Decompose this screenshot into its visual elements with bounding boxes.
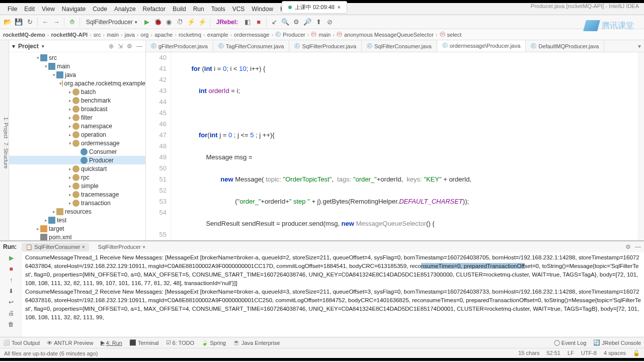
locate-icon[interactable]: ⊕ (109, 43, 114, 50)
search-everywhere-icon[interactable]: 🔎 (303, 18, 312, 27)
tab-2[interactable]: ⓒSqlFilterProducer.java (289, 40, 362, 52)
run-hide-icon[interactable]: — (635, 243, 641, 250)
tree-selected-producer: Producer (9, 156, 145, 164)
run-stop-icon[interactable]: ■ (7, 265, 15, 274)
menu-view[interactable]: View (38, 6, 58, 13)
console-output[interactable]: ConsumeMessageThread_1 Receive New Messa… (22, 252, 644, 337)
menu-file[interactable]: File (4, 6, 21, 13)
tab-3[interactable]: ⓒSqlFilterConsumer.java (362, 40, 437, 52)
menu-build[interactable]: Build (169, 6, 190, 13)
tabs-more-icon[interactable]: ▾ (635, 43, 644, 50)
status-chars: 15 chars (518, 350, 539, 356)
wrap-icon[interactable]: ↩ (7, 299, 15, 307)
build-icon[interactable]: ⟰ (67, 18, 76, 27)
antlr-tab[interactable]: 👁 ANTLR Preview (47, 340, 93, 346)
stop2-icon[interactable]: ⊘ (325, 18, 334, 27)
menu-vcs[interactable]: VCS (229, 6, 249, 13)
menu-run[interactable]: Run (190, 6, 208, 13)
git-icon[interactable]: ↙ (270, 18, 279, 27)
hide-icon[interactable]: — (136, 43, 142, 50)
menu-analyze[interactable]: Analyze (111, 6, 139, 13)
tab-4-active[interactable]: ⓒordermessage\Producer.java (437, 40, 526, 52)
toolbar: 📂 💾 ↻ ← → ⟰ SqlFilterProducer▾ ▶ 🐞 ◉ ⏱ ⚡… (0, 15, 644, 29)
run-gear-icon[interactable]: ⚙ (625, 243, 631, 250)
tab-0[interactable]: ⓒgFilterProducer.java (146, 40, 213, 52)
run-tab-1[interactable]: SqlFilterProducer × (94, 243, 149, 251)
coverage-icon[interactable]: ◉ (165, 18, 174, 27)
class-timer: 上课中 02:09:48▾ (282, 1, 347, 14)
forward-icon[interactable]: → (52, 18, 61, 27)
stop-icon[interactable]: ■ (254, 18, 263, 27)
project-expand-icon[interactable]: ▾ (12, 43, 15, 50)
terminal-tab[interactable]: ⬛ Terminal (129, 339, 159, 346)
settings-icon[interactable]: ⚙ (292, 18, 301, 27)
jr-run-icon[interactable]: ◧ (243, 18, 252, 27)
attach-icon[interactable]: ⚡ (187, 18, 196, 27)
status-bar: All files are up-to-date (6 minutes ago)… (0, 348, 644, 358)
status-position[interactable]: 52:51 (546, 350, 560, 356)
run-icon[interactable]: ▶ (142, 18, 151, 27)
rerun-icon[interactable]: ▶ (7, 254, 15, 262)
status-indent[interactable]: 4 spaces (604, 350, 626, 356)
bottom-bar: ⬜ Tool Output 👁 ANTLR Preview ▶ 4: Run ⬛… (0, 337, 644, 348)
back-icon[interactable]: ← (41, 18, 50, 27)
up-icon[interactable]: ↑ (7, 277, 15, 285)
find-icon[interactable]: 🔍 (281, 18, 290, 27)
collapse-icon[interactable]: ⇲ (118, 43, 123, 50)
save-icon[interactable]: 💾 (14, 18, 23, 27)
todo-tab[interactable]: ☑ 6: TODO (166, 339, 195, 346)
left-gutter[interactable]: 1: Project 7: Structure (0, 40, 9, 240)
deploy-icon[interactable]: ⬆ (314, 18, 323, 27)
status-encoding[interactable]: UTF-8 (581, 350, 597, 356)
trash-icon[interactable]: 🗑 (7, 321, 15, 329)
event-log-tab[interactable]: ◯ Event Log (554, 339, 587, 346)
run-tab-0[interactable]: 📋 SqlFilterConsumer × (22, 243, 89, 251)
code-text[interactable]: for (int i = 0; i < 10; i++) { int order… (171, 52, 638, 240)
down-icon[interactable]: ⬇ (7, 288, 15, 296)
gear-icon[interactable]: ⚙ (127, 43, 132, 50)
status-lf[interactable]: LF (568, 350, 574, 356)
error-stripe[interactable] (638, 52, 644, 240)
menu-edit[interactable]: Edit (21, 6, 38, 13)
tab-1[interactable]: ⓒTagFilterConsumer.java (213, 40, 290, 52)
project-panel: ▾ Project ▾ ⊕⇲⚙— ▾src ▾main ▾java ▾org.a… (9, 40, 146, 240)
project-title: Project (18, 43, 39, 50)
spring-tab[interactable]: 🍃 Spring (201, 339, 226, 346)
run-title: Run: (3, 243, 17, 250)
javaent-tab[interactable]: ☕ Java Enterprise (233, 339, 280, 346)
run-tab[interactable]: ▶ 4: Run (101, 339, 122, 346)
menu-tools[interactable]: Tools (208, 6, 229, 13)
window-title: Producer.java [rocketMQ-API] - IntelliJ … (531, 3, 639, 9)
jrebel-tab[interactable]: 🔄 JRebel Console (593, 339, 641, 346)
refresh-icon[interactable]: ↻ (25, 18, 34, 27)
debug-icon[interactable]: 🐞 (153, 18, 163, 27)
run-config-selector[interactable]: SqlFilterProducer▾ (83, 19, 140, 26)
run-panel: Run: 📋 SqlFilterConsumer × SqlFilterProd… (0, 240, 644, 337)
status-message: All files are up-to-date (6 minutes ago) (4, 350, 98, 356)
menu-navigate[interactable]: Navigate (58, 6, 89, 13)
watermark: 腾讯课堂 (585, 20, 634, 31)
tool-output-tab[interactable]: ⬜ Tool Output (3, 339, 40, 346)
editor-tabs: ⓒgFilterProducer.java ⓒTagFilterConsumer… (146, 40, 644, 52)
profile-icon[interactable]: ⏱ (176, 18, 185, 27)
print-icon[interactable]: 🖨 (7, 310, 15, 318)
jrebel-label: JRebel: (213, 19, 241, 26)
breadcrumb: rocketMQ-demo› rocketMQ-API› src› main› … (0, 29, 644, 40)
jr1-icon[interactable]: ⚡ (198, 18, 207, 27)
menu-code[interactable]: Code (89, 6, 111, 13)
open-icon[interactable]: 📂 (3, 18, 12, 27)
tab-5[interactable]: ⓒDefaultMQProducer.java (526, 40, 604, 52)
menu-refactor[interactable]: Refactor (139, 6, 169, 13)
readonly-icon[interactable]: 🔓 (633, 350, 640, 356)
menu-window[interactable]: Window (248, 6, 277, 13)
code-editor[interactable]: 40414243444546474849505152535455 for (in… (146, 52, 644, 240)
project-tree[interactable]: ▾src ▾main ▾java ▾org.apache.rocketmq.ex… (9, 52, 145, 240)
